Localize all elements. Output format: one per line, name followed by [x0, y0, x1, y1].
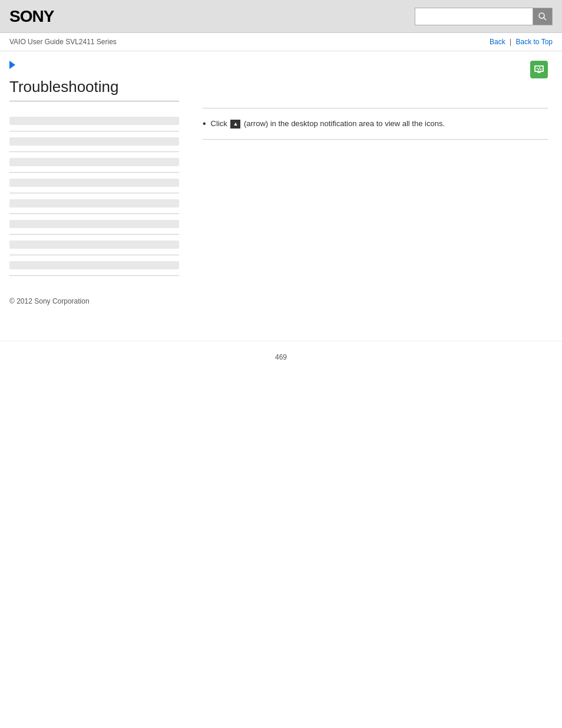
search-area — [415, 8, 553, 25]
nav-links: Back | Back to Top — [490, 38, 553, 46]
sidebar-link[interactable] — [9, 137, 179, 146]
list-item[interactable] — [9, 255, 179, 276]
sidebar: Troubleshooting — [0, 51, 189, 285]
list-item[interactable] — [9, 152, 179, 173]
list-item[interactable] — [9, 235, 179, 255]
list-item[interactable] — [9, 214, 179, 235]
sony-logo: SONY — [9, 7, 54, 26]
list-item[interactable] — [9, 173, 179, 193]
sidebar-link[interactable] — [9, 261, 179, 269]
svg-line-1 — [544, 18, 546, 20]
copyright-text: © 2012 Sony Corporation — [9, 297, 90, 305]
back-link[interactable]: Back — [490, 38, 505, 46]
content-body: • Click ▲ (arrow) in the desktop notific… — [203, 108, 548, 140]
separator: | — [510, 38, 511, 46]
content-divider-bottom — [203, 139, 548, 140]
sidebar-link[interactable] — [9, 220, 179, 228]
content-area: • Click ▲ (arrow) in the desktop notific… — [189, 51, 562, 285]
main-content: Troubleshooting — [0, 51, 562, 285]
chevron-right-icon — [9, 61, 15, 69]
sidebar-link[interactable] — [9, 117, 179, 125]
guide-title: VAIO User Guide SVL2411 Series — [9, 38, 117, 46]
content-icon-row — [203, 61, 548, 78]
footer: © 2012 Sony Corporation — [0, 285, 562, 317]
page-num: 469 — [275, 353, 287, 361]
bullet-text-before: Click — [211, 119, 227, 128]
vaio-icon — [533, 64, 545, 75]
sidebar-title: Troubleshooting — [9, 78, 179, 101]
sidebar-link[interactable] — [9, 199, 179, 207]
sidebar-links — [9, 111, 179, 276]
bullet-text-after: (arrow) in the desktop notification area… — [244, 119, 445, 128]
search-input[interactable] — [415, 8, 533, 25]
content-divider-top — [203, 108, 548, 108]
svg-point-0 — [539, 13, 544, 18]
bullet-dot: • — [203, 118, 206, 129]
sidebar-link[interactable] — [9, 158, 179, 166]
list-item[interactable] — [9, 131, 179, 152]
arrow-button-icon: ▲ — [230, 120, 240, 129]
app-icon — [530, 61, 548, 78]
bullet-text: Click ▲ (arrow) in the desktop notificat… — [211, 118, 445, 130]
list-item[interactable] — [9, 111, 179, 131]
breadcrumb-bar: VAIO User Guide SVL2411 Series Back | Ba… — [0, 33, 562, 51]
sidebar-link[interactable] — [9, 179, 179, 187]
back-to-top-link[interactable]: Back to Top — [516, 38, 553, 46]
bullet-item: • Click ▲ (arrow) in the desktop notific… — [203, 118, 548, 130]
header: SONY — [0, 0, 562, 33]
list-item[interactable] — [9, 193, 179, 214]
search-button[interactable] — [533, 8, 553, 25]
search-icon — [538, 12, 547, 21]
page-number: 469 — [0, 341, 562, 373]
sidebar-link[interactable] — [9, 241, 179, 249]
